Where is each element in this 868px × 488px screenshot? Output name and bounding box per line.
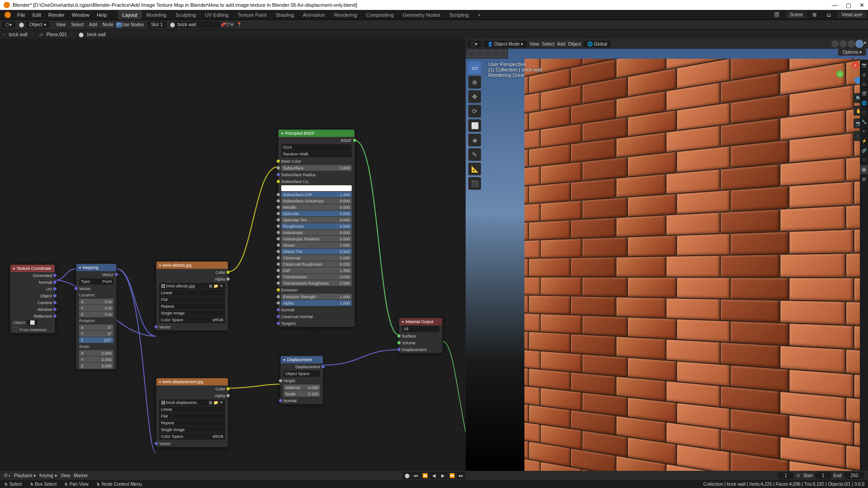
bsdf-clearcoat-roughness[interactable]: Clearcoat Roughness0.030 — [281, 261, 352, 267]
cs-dropdown[interactable]: Color SpacesRGB — [159, 317, 225, 323]
node-material-output[interactable]: Material Output All Surface Volume Displ… — [399, 318, 443, 353]
tab-shading[interactable]: Shading — [271, 10, 298, 19]
mapping-type-dropdown[interactable]: Type:Point — [79, 278, 113, 285]
autokey-icon[interactable]: ⬤ — [403, 472, 411, 479]
tool-rotate[interactable]: ⟳ — [468, 105, 481, 117]
vp-select[interactable]: Select — [542, 42, 555, 47]
bsdf-subsurface-anisotropy[interactable]: Subsurface Anisotropy0.000 — [281, 198, 352, 204]
bsdf-clearcoat[interactable]: Clearcoat0.000 — [281, 255, 352, 261]
close-button[interactable]: ✕ — [859, 2, 864, 9]
node-header[interactable]: Material Output — [399, 318, 442, 325]
node-editor[interactable]: Texture Coordinate Generated Normal UV O… — [0, 39, 466, 471]
tab-geonodes[interactable]: Geometry Nodes — [398, 10, 445, 19]
bsdf-sheen[interactable]: Sheen0.000 — [281, 242, 352, 248]
sel-mode-3[interactable] — [483, 50, 491, 57]
rot-z[interactable]: Z180° — [79, 337, 113, 343]
node-image-albedo[interactable]: brick-albedo.jpg Color Alpha 🖼 brick-alb… — [156, 261, 228, 331]
ptab-physics[interactable]: ⚡ — [860, 136, 868, 145]
node-header[interactable]: Principled BSDF — [278, 130, 354, 137]
ptab-modifier[interactable]: 🔧 — [860, 117, 868, 127]
bc-object[interactable]: Plane.001 — [47, 32, 67, 37]
rot-y[interactable]: Y0° — [79, 331, 113, 337]
node-header[interactable]: brick-displacement.jpg — [156, 378, 228, 385]
interp-dropdown[interactable]: Linear — [159, 406, 225, 413]
bc-material[interactable]: brick wall — [9, 32, 28, 37]
tool-select[interactable]: ▭ — [468, 61, 481, 74]
bsdf-transmission[interactable]: Transmission0.000 — [281, 274, 352, 280]
bsdf-sheen-tint[interactable]: Sheen Tint0.500 — [281, 249, 352, 254]
tab-add[interactable]: + — [473, 10, 485, 19]
play-icon[interactable]: ▶ — [439, 472, 447, 479]
bsdf-metallic[interactable]: Metallic0.000 — [281, 204, 352, 210]
sel-mode-2[interactable] — [475, 50, 482, 57]
scale-input[interactable]: Scale0.150 — [283, 391, 320, 397]
node-header[interactable]: Displacement — [281, 356, 323, 363]
tool-transform[interactable]: ◈ — [468, 134, 481, 146]
start-frame-input[interactable]: 1 — [816, 472, 831, 479]
tl-playback[interactable]: Playback ▾ — [14, 473, 36, 478]
bsdf-subsurface[interactable]: Subsurface0.000 — [281, 165, 352, 171]
loc-x[interactable]: X0 m — [79, 299, 113, 305]
bc-mat2[interactable]: brick wall — [87, 32, 106, 37]
scl-x[interactable]: X2.000 — [79, 350, 113, 356]
tool-cursor[interactable]: ⊕ — [468, 76, 481, 89]
sel-mode-5[interactable] — [500, 50, 507, 57]
node-image-displacement[interactable]: brick-displacement.jpg Color Alpha 🖼 bri… — [156, 378, 228, 447]
vp-add[interactable]: Add — [557, 42, 566, 47]
tool-annotate[interactable]: ✎ — [468, 148, 481, 161]
bsdf-anisotropic[interactable]: Anisotropic0.000 — [281, 230, 352, 235]
jump-end-icon[interactable]: ⏭ — [457, 472, 465, 479]
cs-dropdown[interactable]: Color SpacesRGB — [159, 433, 225, 440]
tab-sculpting[interactable]: Sculpting — [171, 10, 200, 19]
shader-mode-dropdown[interactable]: Object ▾ — [26, 21, 50, 28]
maximize-button[interactable]: ▢ — [846, 2, 851, 9]
menu-render[interactable]: Render — [45, 11, 68, 19]
ext-dropdown[interactable]: Repeat — [159, 420, 225, 426]
ptab-material[interactable]: ⬤ — [860, 165, 868, 174]
bsdf-specular[interactable]: Specular0.500 — [281, 211, 352, 216]
proj-dropdown[interactable]: Flat — [159, 413, 225, 419]
timeline-editor-dropdown[interactable]: ⏱▾ — [4, 473, 10, 478]
tl-keying[interactable]: Keying ▾ — [39, 473, 57, 478]
tl-marker[interactable]: Marker — [74, 473, 88, 478]
from-instancer-checkbox[interactable] — [13, 327, 18, 331]
tl-view[interactable]: View — [61, 473, 71, 478]
use-nodes-checkbox[interactable] — [116, 22, 122, 28]
jump-start-icon[interactable]: ⏮ — [412, 472, 420, 479]
menu-add[interactable]: Add — [86, 22, 100, 27]
node-mapping[interactable]: Mapping Vector Type:Point Vector Locatio… — [76, 263, 117, 370]
tab-compositing[interactable]: Compositing — [362, 10, 398, 19]
node-header[interactable]: Texture Coordinate — [10, 265, 55, 272]
tab-texpaint[interactable]: Texture Paint — [233, 10, 271, 19]
node-displacement[interactable]: Displacement Displacement Object Space H… — [280, 356, 323, 404]
editor-type-dropdown[interactable]: ⬚▾ — [467, 41, 481, 47]
bsdf-emission-strength[interactable]: Emission Strength1.000 — [281, 294, 352, 300]
node-texture-coordinate[interactable]: Texture Coordinate Generated Normal UV O… — [10, 264, 55, 333]
menu-view[interactable]: View — [53, 22, 69, 27]
shader-type-icon[interactable]: ⬤ — [19, 22, 24, 27]
bsdf-subsurface-ior[interactable]: Subsurface IOR1.400 — [281, 192, 352, 197]
ptab-particle[interactable]: ✦ — [860, 127, 868, 136]
sync-icon[interactable]: ⏲ — [796, 473, 801, 478]
target-dropdown[interactable]: All — [402, 326, 439, 332]
mode-dropdown[interactable]: 👤 Object Mode ▾ — [484, 41, 527, 47]
tool-measure[interactable]: 📐 — [468, 163, 481, 175]
ptab-scene[interactable]: 🎬 — [860, 89, 868, 98]
sel-mode-4[interactable] — [491, 50, 499, 57]
ptab-viewlayer[interactable]: 🗂 — [860, 80, 868, 89]
node-header[interactable]: Mapping — [76, 264, 116, 271]
node-principled-bsdf[interactable]: Principled BSDF BSDF GGX Random Walk Bas… — [278, 129, 355, 327]
bsdf-transmission-roughness[interactable]: Transmission Roughness0.000 — [281, 280, 352, 286]
menu-node[interactable]: Node — [100, 22, 116, 27]
shading-dropdown-icon[interactable]: ▾ — [864, 40, 866, 47]
node-header[interactable]: brick-albedo.jpg — [156, 262, 228, 269]
vp-view[interactable]: View — [529, 42, 539, 47]
menu-file[interactable]: File — [14, 11, 29, 19]
menu-edit[interactable]: Edit — [29, 11, 45, 19]
scl-z[interactable]: Z2.000 — [79, 363, 113, 369]
shading-solid[interactable] — [840, 40, 847, 47]
menu-window[interactable]: Window — [68, 11, 93, 19]
tab-scripting[interactable]: Scripting — [445, 10, 473, 19]
tool-addcube[interactable]: ⬛ — [468, 177, 481, 190]
editor-type-dropdown[interactable]: ⬡▾ — [2, 21, 15, 28]
